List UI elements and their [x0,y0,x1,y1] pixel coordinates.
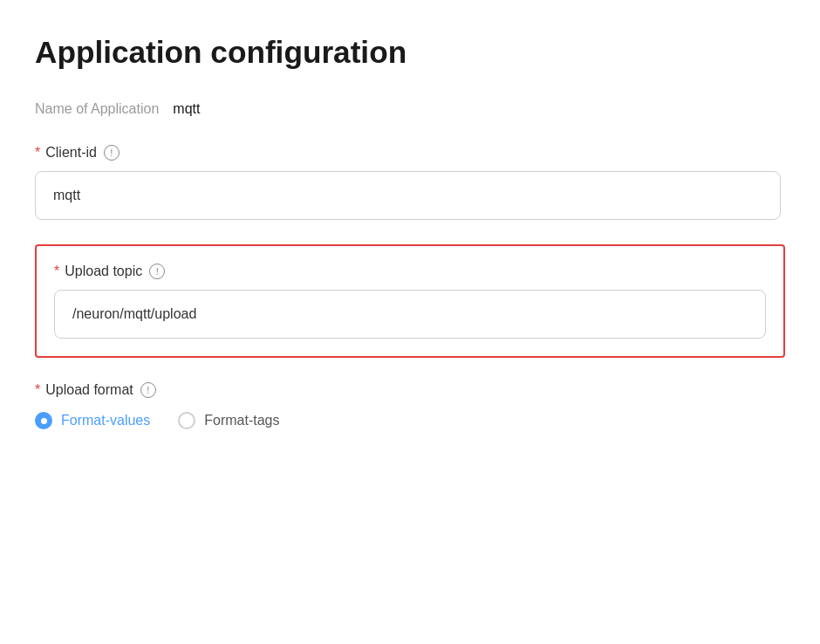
upload-format-section: * Upload format ! Format-values Format-t… [35,382,785,429]
format-values-option[interactable]: Format-values [35,412,150,429]
upload-format-required-star: * [35,382,40,398]
format-tags-option[interactable]: Format-tags [178,412,279,429]
upload-format-label-row: * Upload format ! [35,382,785,398]
client-id-section: * Client-id ! [35,145,785,220]
client-id-label-row: * Client-id ! [35,145,785,161]
client-id-input[interactable] [35,171,781,220]
upload-format-info-icon[interactable]: ! [140,382,156,398]
page-title: Application configuration [35,35,785,70]
upload-topic-required-star: * [54,264,59,279]
upload-topic-section: * Upload topic ! [35,244,785,358]
format-tags-radio[interactable] [178,412,195,429]
name-of-application-value: mqtt [173,101,200,117]
upload-topic-input[interactable] [54,290,766,339]
upload-topic-label-row: * Upload topic ! [54,264,766,279]
upload-format-radio-group: Format-values Format-tags [35,412,785,429]
client-id-required-star: * [35,145,40,161]
upload-topic-info-icon[interactable]: ! [149,264,165,279]
upload-format-label: Upload format [45,382,133,398]
client-id-label: Client-id [45,145,97,161]
client-id-info-icon[interactable]: ! [104,145,120,161]
format-tags-label: Format-tags [204,413,279,428]
format-values-radio[interactable] [35,412,52,429]
name-of-application-row: Name of Application mqtt [35,101,785,117]
format-values-label: Format-values [61,413,150,428]
upload-topic-label: Upload topic [65,264,142,279]
name-of-application-label: Name of Application [35,101,159,117]
